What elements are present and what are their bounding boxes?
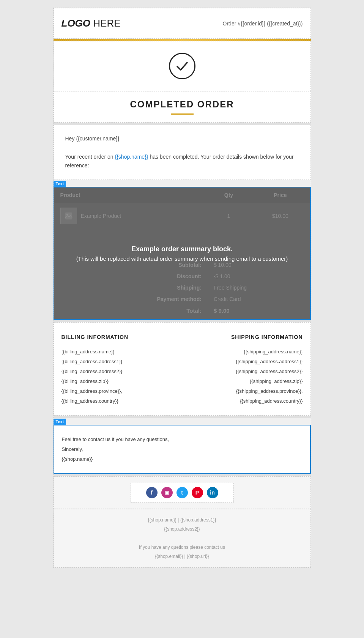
- payment-value: Credit Card: [208, 293, 310, 305]
- footer-line1: Feel free to contact us if you have any …: [62, 435, 303, 444]
- footer-bottom: {{shop.name}} | {{shop.address1}} {{shop…: [54, 509, 311, 567]
- title-underline: [171, 113, 194, 115]
- order-table-section: Example order summary block. (This will …: [54, 187, 311, 320]
- text-badge-1-wrapper: Text: [54, 180, 311, 187]
- header-logo: LOGO HERE: [54, 8, 183, 38]
- pinterest-icon[interactable]: P: [192, 487, 203, 498]
- subtotal-value: $ 10.00: [208, 259, 310, 271]
- svg-rect-0: [65, 213, 72, 219]
- footer-line2: Sincerely,: [62, 444, 303, 454]
- shipping-col: SHIPPING INFORMATION {{shipping_address.…: [182, 323, 310, 415]
- payment-row: Payment method: Credit Card: [54, 293, 310, 305]
- billing-zip: {{billing_address.zip}}: [61, 376, 175, 386]
- email-wrapper: LOGO HERE Order #{{order.id}} ({{created…: [53, 8, 311, 568]
- col-product: Product: [54, 187, 207, 203]
- total-row: Total: $ 9.00: [54, 305, 310, 319]
- shipping-address2: {{shipping_address.address2}}: [190, 367, 303, 376]
- checkmark-circle: [169, 53, 195, 79]
- shop-link: {{shop.name}}: [115, 154, 148, 160]
- billing-address1: {{billing_address.address1}}: [61, 357, 175, 367]
- col-price: Price: [251, 187, 310, 203]
- shipping-row: Shipping: Free Shipping: [54, 282, 310, 293]
- billing-country: {{billing_address.country}}: [61, 396, 175, 406]
- linkedin-icon[interactable]: in: [207, 487, 218, 498]
- twitter-icon[interactable]: t: [176, 487, 188, 498]
- footer-contact-links: {{shop.email}} | {{shop.url}}: [61, 552, 303, 561]
- shipping-country: {{shipping_address.country}}: [190, 396, 303, 406]
- shipping-label: Shipping:: [54, 282, 208, 293]
- shipping-title: SHIPPING INFORMATION: [190, 332, 303, 342]
- product-cell-inner: Example Product: [60, 208, 201, 224]
- footer-address1: {{shop.address1}}: [180, 517, 216, 523]
- header-order: Order #{{order.id}} ({{created_at}}): [182, 8, 310, 38]
- footer-message-badge-wrapper: Text: [54, 418, 311, 425]
- checkmark-section: [54, 41, 311, 91]
- order-info-text: Order #{{order.id}} ({{created_at}}): [223, 20, 303, 27]
- product-row: Example Product 1 $10.00: [54, 203, 310, 229]
- greeting-text: Hey {{customer.name}}: [65, 134, 299, 143]
- product-price: $10.00: [251, 203, 310, 229]
- discount-row: Discount: -$ 1.00: [54, 271, 310, 282]
- footer-shop-address: {{shop.name}} | {{shop.address1}}: [61, 515, 303, 525]
- discount-value: -$ 1.00: [208, 271, 310, 282]
- svg-point-1: [66, 214, 68, 216]
- facebook-icon[interactable]: f: [146, 487, 158, 498]
- completed-order-title: COMPLETED ORDER: [61, 99, 303, 110]
- billing-province: {{billing_address.province}},: [61, 386, 175, 396]
- discount-label: Discount:: [54, 271, 208, 282]
- order-table: Product Qty Price: [54, 187, 310, 229]
- product-image-icon: [65, 212, 73, 220]
- col-qty: Qty: [207, 187, 251, 203]
- address-section: BILLING INFORMATION {{billing_address.na…: [54, 322, 311, 416]
- body-before-link: Your recent order on: [65, 154, 115, 160]
- product-cell: Example Product: [54, 203, 207, 229]
- shipping-name: {{shipping_address.name}}: [190, 347, 303, 357]
- order-table-header-row: Product Qty Price: [54, 187, 310, 203]
- shipping-address1: {{shipping_address.address1}}: [190, 357, 303, 367]
- total-value: $ 9.00: [208, 305, 310, 319]
- summary-table: Subtotal: $ 10.00 Discount: -$ 1.00 Ship…: [54, 259, 310, 319]
- body-text: Your recent order on {{shop.name}} has b…: [65, 153, 299, 171]
- footer-shop-name: {{shop.name}}: [148, 517, 176, 523]
- footer-address2: {{shop.address2}}: [61, 525, 303, 534]
- shipping-province: {{shipping_address.province}},: [190, 386, 303, 396]
- subtotal-row: Subtotal: $ 10.00: [54, 259, 310, 271]
- title-section: COMPLETED ORDER: [54, 91, 311, 123]
- billing-name: {{billing_address.name}}: [61, 347, 175, 357]
- product-qty: 1: [207, 203, 251, 229]
- footer-message-section: Feel free to contact us if you have any …: [54, 425, 311, 474]
- product-image-placeholder: [60, 208, 77, 224]
- total-label: Total:: [54, 305, 208, 319]
- footer-line3: {{shop.name}}: [62, 454, 303, 464]
- subtotal-label: Subtotal:: [54, 259, 208, 271]
- product-name: Example Product: [81, 213, 121, 219]
- text-badge-1: Text: [54, 181, 66, 187]
- text-badge-2: Text: [54, 419, 66, 425]
- logo-text: LOGO HERE: [61, 17, 121, 29]
- footer-url: {{shop.url}}: [187, 554, 209, 559]
- billing-title: BILLING INFORMATION: [61, 332, 175, 342]
- shipping-zip: {{shipping_address.zip}}: [190, 376, 303, 386]
- social-icons: f ▣ t P in: [146, 487, 218, 498]
- social-section: f ▣ t P in: [54, 476, 311, 509]
- instagram-icon[interactable]: ▣: [161, 487, 173, 498]
- footer-email: {{shop.email}}: [155, 554, 183, 559]
- logo-normal: HERE: [90, 17, 120, 29]
- message-section: Hey {{customer.name}} Your recent order …: [54, 125, 311, 180]
- shipping-value: Free Shipping: [208, 282, 310, 293]
- checkmark-icon: [175, 59, 189, 73]
- header-section: LOGO HERE Order #{{order.id}} ({{created…: [54, 8, 311, 39]
- logo-bold: LOGO: [61, 17, 91, 29]
- footer-contact-text: If you have any quetions please contact …: [61, 543, 303, 552]
- billing-address2: {{billing_address.address2}}: [61, 367, 175, 376]
- payment-label: Payment method:: [54, 293, 208, 305]
- billing-col: BILLING INFORMATION {{billing_address.na…: [54, 323, 183, 415]
